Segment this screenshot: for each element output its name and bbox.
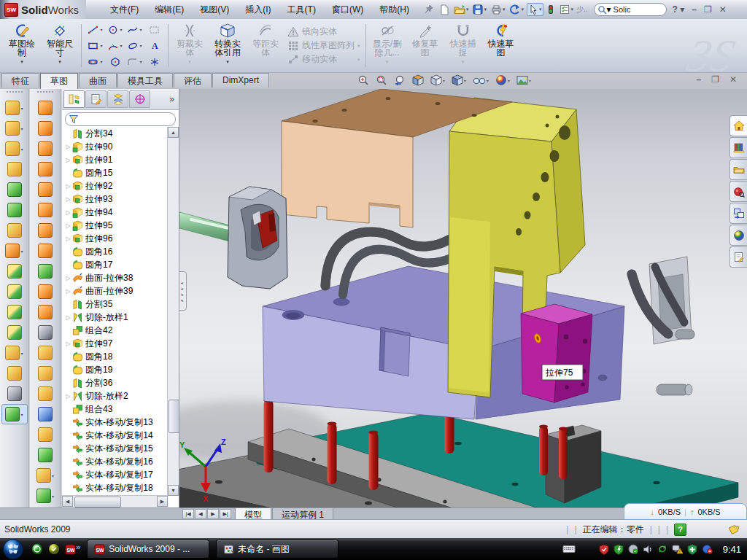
flex-button[interactable] [30, 200, 61, 220]
scroll-down-button[interactable]: ▼ [168, 485, 179, 496]
panel-expand-button[interactable]: » [169, 94, 177, 104]
rebuild-button[interactable] [545, 4, 557, 15]
polygon-button[interactable] [105, 54, 125, 70]
ribbon-tab[interactable]: 草图 [40, 73, 78, 89]
pin-icon[interactable] [423, 4, 436, 15]
tree-item[interactable]: 分割36 [64, 376, 168, 389]
tag-icon[interactable] [727, 524, 740, 535]
swept-boss-button[interactable] [0, 159, 28, 179]
antivirus-shield-icon[interactable] [599, 544, 609, 555]
network-warning-icon[interactable] [672, 544, 683, 554]
next-page-button[interactable]: ▶ [207, 509, 219, 519]
v-scroll-thumb[interactable] [169, 400, 179, 433]
scroll-up-button[interactable]: ▲ [168, 127, 179, 138]
convert-entities-button[interactable]: 转换实 体引用▾ [209, 20, 247, 71]
revolved-surface-button[interactable] [30, 118, 61, 139]
previous-view-button[interactable] [394, 74, 406, 86]
update-check-icon[interactable] [628, 544, 638, 554]
tree-item[interactable]: 实体-移动/复制18 [64, 481, 168, 494]
section-view-button[interactable] [412, 74, 424, 86]
tree-vertical-scrollbar[interactable]: ▲ ▼ [167, 127, 179, 496]
lofted-boss-button[interactable] [0, 179, 28, 200]
tree-item[interactable]: ▷切除-放样2 [64, 389, 168, 402]
taskbar-task-button[interactable]: SWSolidWorks 2009 - ... [87, 540, 209, 559]
tree-item[interactable]: ▷拉伸90 [64, 140, 168, 153]
tree-item[interactable]: 圆角15 [64, 166, 168, 179]
tree-item[interactable]: ▷拉伸95 [64, 219, 168, 232]
tree-item[interactable]: ▷切除-放样1 [64, 311, 168, 324]
view-palette-tab[interactable] [729, 203, 747, 224]
doc-minimize-button[interactable]: – [696, 74, 701, 85]
solidworks-icon[interactable]: SW [65, 544, 76, 555]
ribbon-tab[interactable]: DimXpert [212, 73, 269, 88]
last-page-button[interactable]: ▶| [220, 509, 231, 519]
save-button[interactable]: ▾ [471, 4, 488, 15]
thicken-button[interactable] [30, 281, 61, 302]
appearances-tab[interactable] [729, 225, 747, 246]
tree-item[interactable]: ▷曲面-拉伸39 [64, 284, 168, 298]
print-button[interactable]: ▾ [489, 4, 507, 15]
tree-item[interactable]: ▷拉伸96 [64, 232, 168, 245]
rectangle-button[interactable]: ▾ [85, 38, 105, 54]
line-button[interactable]: ▾ [85, 22, 105, 38]
tree-item[interactable]: 组合42 [64, 324, 168, 337]
magenta-block[interactable] [521, 304, 592, 402]
start-button[interactable] [2, 538, 24, 560]
spline-button[interactable]: ▾ [125, 22, 144, 38]
expand-arrow-icon[interactable]: ▷ [64, 157, 72, 163]
featuremanager-tab[interactable] [63, 90, 85, 108]
quick-tips-button[interactable]: ? [674, 524, 686, 536]
tree-item[interactable]: ▷拉伸97 [64, 337, 168, 350]
graphics-area[interactable]: 拉伸75 Y Z X ◂◂◂◂ [179, 89, 747, 508]
tree-item[interactable]: ▷曲面-拉伸38 [64, 271, 168, 284]
restore-button[interactable]: ❐ [704, 4, 712, 15]
tree-item[interactable]: 圆角19 [64, 363, 168, 376]
expand-arrow-icon[interactable]: ▷ [64, 222, 72, 229]
configurationmanager-tab[interactable] [107, 90, 128, 108]
tree-item[interactable]: 实体-移动/复制16 [64, 455, 168, 468]
minimize-button[interactable]: – [692, 4, 697, 15]
tree-item[interactable]: 圆角17 [64, 258, 168, 271]
tree-item[interactable]: 实体-移动/复制13 [64, 416, 168, 429]
j-sweep-button[interactable] [30, 302, 61, 322]
pattern-button[interactable]: ▾ [0, 241, 28, 261]
display-delete-relations-button[interactable]: 显示/删 除几...▾ [368, 20, 406, 71]
study-tab[interactable]: 模型 [235, 508, 271, 520]
open-button[interactable]: ▾ [452, 4, 471, 15]
study-tab[interactable]: 运动算例 1 [272, 508, 333, 520]
mirror-entities-button[interactable]: 镜向实体 [287, 26, 360, 38]
quick-snaps-button[interactable]: 快速捕 捉▾ [444, 20, 482, 71]
zoom-fit-button[interactable] [357, 74, 369, 86]
arc-button[interactable]: ▾ [105, 38, 125, 54]
prev-page-button[interactable]: ◀ [195, 509, 206, 519]
sketch-fillet-button[interactable]: ▾ [125, 54, 144, 70]
ribbon-tab[interactable]: 曲面 [79, 73, 117, 88]
flip-surface-button[interactable] [30, 261, 61, 281]
expand-arrow-icon[interactable]: ▷ [64, 288, 72, 295]
offset-entities-button[interactable]: 等距实 体 [247, 20, 285, 71]
doc-close-button[interactable]: ✕ [729, 74, 737, 85]
reference-geometry-button[interactable]: ▾ [0, 343, 28, 363]
move-copy-body-button[interactable] [0, 322, 28, 343]
tree-filter-input[interactable] [65, 112, 176, 126]
green-shield-icon[interactable] [614, 544, 624, 555]
h-scroll-thumb[interactable] [74, 497, 121, 508]
split2-feature-button[interactable] [0, 281, 28, 302]
expand-arrow-icon[interactable]: ▷ [64, 144, 72, 150]
fillet-surface-button[interactable] [30, 424, 61, 445]
dimxpertmanager-tab[interactable] [129, 90, 150, 108]
home-tab[interactable] [729, 115, 747, 136]
menu-item[interactable]: 插入(I) [237, 0, 279, 19]
tree-item[interactable]: 实体-移动/复制15 [64, 442, 168, 455]
clamp-block[interactable] [228, 187, 287, 289]
tree-item[interactable]: 组合43 [64, 402, 168, 416]
dome-button[interactable] [30, 445, 61, 465]
split-feature-button[interactable] [0, 261, 28, 281]
search-results-tab[interactable] [729, 181, 747, 202]
messenger-icon[interactable] [31, 543, 43, 555]
planar-surface-button[interactable] [30, 241, 61, 261]
help-button[interactable]: ? ▾ [673, 4, 685, 15]
first-page-button[interactable]: |◀ [182, 509, 194, 519]
ellipse-button[interactable]: ▾ [125, 38, 144, 54]
search-input[interactable]: ▾ Solic [594, 3, 667, 16]
